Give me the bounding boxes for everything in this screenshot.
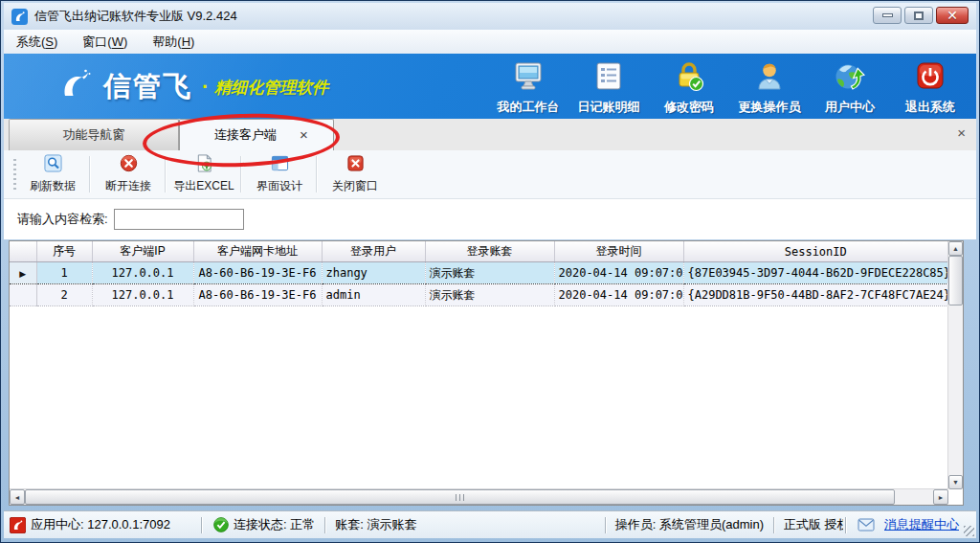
panel-toolbar: 刷新数据 断开连接 导出EXCEL	[4, 150, 976, 199]
vertical-scrollbar[interactable]: ▲ ▼	[947, 241, 963, 489]
export-excel-button[interactable]: 导出EXCEL	[169, 153, 238, 195]
status-connection: 连接状态: 正常	[234, 516, 315, 533]
brand: 信管飞 · 精细化管理软件	[54, 65, 328, 109]
status-bar: 应用中心: 127.0.0.1:7092 连接状态: 正常 账套: 演示账套 操…	[4, 511, 976, 538]
column-header-account-set[interactable]: 登录账套	[425, 241, 554, 262]
disconnect-button[interactable]: 断开连接	[94, 153, 163, 195]
action-change-password[interactable]: 修改密码	[649, 58, 729, 116]
menu-window[interactable]: 窗口(W)	[70, 31, 140, 54]
toolbar-separator	[316, 156, 317, 192]
tab-connected-clients[interactable]: 连接客户端 ×	[179, 119, 334, 150]
journal-icon	[593, 61, 624, 96]
column-header-login-time[interactable]: 登录时间	[554, 241, 683, 262]
app-window: 信管飞出纳记账软件专业版 V9.2.424 ✕ 系统(S) 窗口(W) 帮助(H…	[0, 0, 980, 543]
current-row-marker-icon: ▶	[19, 269, 26, 279]
lock-icon	[673, 61, 705, 96]
title-bar: 信管飞出纳记账软件专业版 V9.2.424 ✕	[4, 3, 976, 30]
cell-account-set: 演示账套	[425, 284, 554, 306]
column-header-client-ip[interactable]: 客户端IP	[92, 241, 193, 262]
refresh-data-button[interactable]: 刷新数据	[18, 153, 87, 195]
excel-export-icon	[195, 154, 213, 176]
close-button[interactable]: ✕	[936, 7, 969, 24]
connection-ok-icon	[213, 517, 229, 532]
vertical-scroll-thumb[interactable]	[948, 256, 963, 305]
scroll-down-icon[interactable]: ▼	[948, 475, 963, 489]
search-label: 请输入内容检索:	[17, 211, 108, 228]
table-row[interactable]: ▶ 1 127.0.0.1 A8-60-B6-19-3E-F6 zhangy 演…	[10, 262, 948, 284]
action-journal-detail[interactable]: 日记账明细	[568, 58, 649, 116]
status-separator	[605, 517, 606, 533]
row-selector-cell: ▶	[10, 262, 36, 284]
cell-account-set: 演示账套	[425, 262, 554, 284]
cell-mac: A8-60-B6-19-3E-F6	[193, 262, 322, 284]
status-account-set: 账套: 演示账套	[335, 516, 416, 533]
header-row: 序号 客户端IP 客户端网卡地址 登录用户 登录账套 登录时间 SessionI…	[10, 241, 948, 262]
minimize-button[interactable]	[873, 7, 902, 24]
cell-login-time: 2020-04-14 09:07:02	[554, 262, 683, 284]
status-separator	[773, 517, 774, 533]
cell-login-time: 2020-04-14 09:07:07	[554, 284, 683, 306]
action-user-center[interactable]: 用户中心	[810, 58, 890, 116]
tab-close-icon[interactable]: ×	[296, 128, 312, 142]
tab-bar: 功能导航窗 连接客户端 × ×	[4, 119, 976, 150]
monitor-icon	[512, 61, 545, 96]
toolbar-grip[interactable]	[13, 159, 16, 190]
menu-help[interactable]: 帮助(H)	[140, 31, 207, 54]
status-license: 正式版 授权	[784, 516, 843, 533]
status-logo-icon	[10, 517, 26, 533]
column-header-mac[interactable]: 客户端网卡地址	[193, 241, 322, 262]
table-row[interactable]: 2 127.0.0.1 A8-60-B6-19-3E-F6 admin 演示账套…	[10, 284, 948, 306]
grid-table-area: 序号 客户端IP 客户端网卡地址 登录用户 登录账套 登录时间 SessionI…	[10, 241, 948, 489]
toolbar-separator	[240, 156, 241, 192]
mail-icon	[858, 518, 875, 532]
cell-login-user: admin	[322, 284, 425, 306]
brand-logo-icon	[54, 65, 94, 109]
tab-function-nav[interactable]: 功能导航窗	[9, 119, 179, 150]
close-window-icon	[346, 154, 365, 176]
brand-tagline: 精细化管理软件	[214, 77, 328, 99]
column-header-session-id[interactable]: SessionID	[683, 241, 948, 262]
cell-seq: 1	[36, 262, 92, 284]
cell-client-ip: 127.0.0.1	[92, 284, 193, 306]
action-exit-system[interactable]: 退出系统	[890, 58, 970, 116]
power-icon	[915, 61, 946, 96]
row-selector-cell	[10, 284, 36, 306]
menu-system[interactable]: 系统(S)	[4, 31, 70, 54]
brand-name: 信管飞	[103, 68, 192, 106]
action-my-workbench[interactable]: 我的工作台	[488, 58, 568, 116]
horizontal-scroll-thumb[interactable]	[25, 489, 895, 505]
column-header-seq[interactable]: 序号	[36, 241, 92, 262]
window-controls: ✕	[873, 7, 969, 24]
cell-client-ip: 127.0.0.1	[92, 262, 193, 284]
scroll-right-icon[interactable]: ►	[933, 489, 948, 505]
maximize-icon	[914, 11, 924, 20]
globe-icon	[834, 61, 866, 96]
magnifier-icon	[44, 154, 62, 176]
status-operator: 操作员: 系统管理员(admin)	[615, 516, 764, 533]
scroll-left-icon[interactable]: ◄	[10, 489, 25, 505]
close-icon: ✕	[947, 9, 958, 22]
search-input[interactable]	[114, 209, 244, 230]
cell-login-user: zhangy	[322, 262, 425, 284]
toolbar-separator	[165, 156, 166, 192]
window-title: 信管飞出纳记账软件专业版 V9.2.424	[34, 8, 237, 25]
maximize-button[interactable]	[904, 7, 933, 24]
cell-session-id: {87E03945-3D97-4044-B62D-9FDECE228C85}	[683, 262, 948, 284]
brand-separator: ·	[202, 75, 209, 100]
action-change-operator[interactable]: 更换操作员	[729, 58, 810, 116]
horizontal-scrollbar[interactable]: ◄ ►	[10, 488, 948, 505]
close-window-button[interactable]: 关闭窗口	[321, 153, 390, 195]
ui-design-button[interactable]: 界面设计	[245, 153, 314, 195]
scroll-up-icon[interactable]: ▲	[948, 241, 963, 256]
column-header-login-user[interactable]: 登录用户	[322, 241, 425, 262]
row-selector-header	[10, 241, 36, 262]
message-center-link[interactable]: 消息提醒中心	[884, 516, 959, 533]
panel-close-icon[interactable]: ×	[953, 124, 969, 142]
operator-icon	[754, 61, 785, 96]
layout-icon	[271, 154, 289, 176]
disconnect-icon	[120, 154, 138, 176]
cell-session-id: {A29DD81B-9F50-44BD-8AF2-7CF48FC7AE24}	[683, 284, 948, 306]
status-separator	[324, 517, 325, 533]
menu-bar: 系统(S) 窗口(W) 帮助(H)	[4, 30, 976, 55]
app-logo-icon	[11, 9, 28, 25]
